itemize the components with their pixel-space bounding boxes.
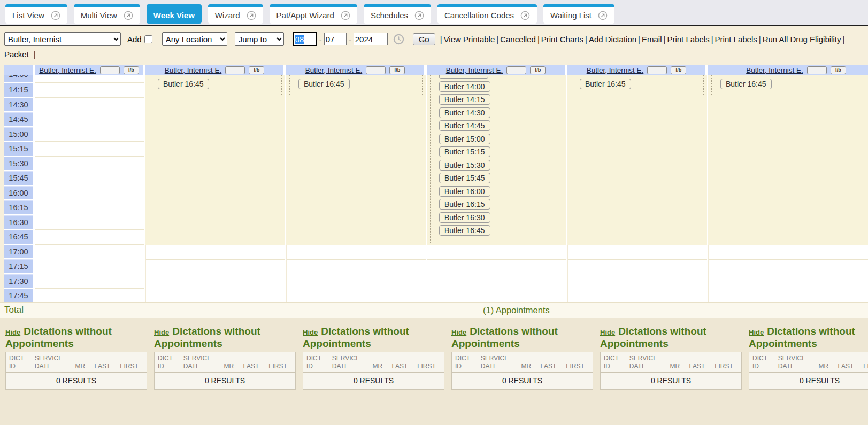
minimize-column-button[interactable]: — (225, 66, 245, 74)
provider-link[interactable]: Butler, Internist E. (446, 66, 503, 74)
grid-row[interactable] (35, 127, 144, 142)
tab-waiting-list[interactable]: Waiting List (543, 4, 614, 24)
column-header-dict-id[interactable]: DICTID (455, 354, 481, 370)
minimize-column-button[interactable]: — (807, 66, 827, 74)
slot-button-butler-16-30[interactable]: Butler 16:30 (439, 212, 490, 223)
tab-multi-view[interactable]: Multi View (74, 4, 140, 24)
toolbar-link-view-printable[interactable]: View Printable (444, 35, 495, 44)
tab-schedules[interactable]: Schedules (364, 4, 431, 24)
slot-button-butler-15-30[interactable]: Butler 15:30 (439, 160, 490, 171)
column-header-last[interactable]: LAST (540, 362, 566, 370)
toolbar-link-print-charts[interactable]: Print Charts (541, 35, 583, 44)
slot-button-butler-14-45[interactable]: Butler 14:45 (439, 120, 490, 131)
grid-row[interactable] (709, 274, 868, 289)
grid-row[interactable] (427, 260, 566, 275)
column-header-mr[interactable]: MR (373, 362, 392, 370)
provider-link[interactable]: Butler, Internist E. (587, 66, 644, 74)
slot-button-butler-15-45[interactable]: Butler 15:45 (439, 173, 490, 183)
slot-button-butler-15-00[interactable]: Butler 15:00 (439, 134, 490, 144)
column-header-mr[interactable]: MR (819, 362, 838, 370)
fb-button[interactable]: f/b (249, 66, 264, 74)
popout-arrow-icon[interactable] (341, 11, 350, 20)
minimize-column-button[interactable]: — (366, 66, 386, 74)
toolbar-link-add-dictation[interactable]: Add Dictation (589, 35, 636, 44)
column-header-service-date[interactable]: SERVICEDATE (778, 354, 819, 370)
grid-row[interactable] (287, 245, 426, 260)
location-select[interactable]: Any Location (162, 32, 227, 46)
date-day-input[interactable]: 07 (324, 33, 347, 45)
hide-link[interactable]: Hide (154, 328, 169, 336)
tab-week-view[interactable]: Week View (147, 4, 202, 24)
column-header-service-date[interactable]: SERVICEDATE (183, 354, 224, 370)
toolbar-link-packet[interactable]: Packet (4, 50, 29, 59)
popout-arrow-icon[interactable] (247, 11, 256, 20)
hide-link[interactable]: Hide (303, 328, 318, 336)
column-header-dict-id[interactable]: DICTID (604, 354, 629, 370)
column-header-dict-id[interactable]: DICTID (158, 354, 183, 370)
tab-list-view[interactable]: List View (5, 4, 67, 24)
column-header-dict-id[interactable]: DICTID (306, 354, 332, 370)
slot-button-butler-16-00[interactable]: Butler 16:00 (439, 186, 490, 197)
column-header-service-date[interactable]: SERVICEDATE (35, 354, 75, 370)
column-header-last[interactable]: LAST (94, 362, 120, 370)
minimize-column-button[interactable]: — (100, 66, 120, 74)
grid-row[interactable] (287, 260, 426, 275)
column-header-last[interactable]: LAST (391, 362, 417, 370)
slot-button-butler-16-45[interactable]: Butler 16:45 (580, 79, 631, 89)
clock-icon[interactable] (393, 34, 404, 45)
column-header-service-date[interactable]: SERVICEDATE (629, 354, 670, 370)
grid-row[interactable] (35, 186, 144, 201)
provider-select[interactable]: Butler, Internist (4, 32, 121, 46)
add-checkbox[interactable] (144, 35, 152, 43)
grid-row[interactable] (427, 289, 566, 303)
provider-link[interactable]: Butler, Internist E. (305, 66, 363, 74)
grid-row[interactable] (146, 289, 285, 303)
grid-row[interactable] (146, 245, 285, 260)
grid-row[interactable] (287, 289, 426, 303)
slot-button-butler-14-00[interactable]: Butler 14:00 (439, 81, 490, 92)
hide-link[interactable]: Hide (5, 328, 20, 336)
toolbar-link-print-labels[interactable]: Print Labels (715, 35, 757, 44)
fb-button[interactable]: f/b (124, 66, 139, 74)
column-header-last[interactable]: LAST (838, 362, 863, 370)
slot-button-butler-14-30[interactable]: Butler 14:30 (439, 107, 490, 118)
slot-button-butler-16-45[interactable]: Butler 16:45 (298, 79, 350, 89)
clipped-slot-button[interactable] (439, 75, 488, 79)
grid-row[interactable] (709, 260, 868, 275)
slot-button-butler-14-15[interactable]: Butler 14:15 (439, 94, 490, 105)
jump-to-select[interactable]: Jump to (235, 32, 284, 46)
popout-arrow-icon[interactable] (598, 11, 608, 20)
grid-row[interactable] (427, 274, 566, 289)
column-header-last[interactable]: LAST (243, 362, 268, 370)
fb-button[interactable]: f/b (389, 66, 405, 74)
column-header-first[interactable]: FIRST (715, 362, 738, 370)
slot-button-butler-16-45[interactable]: Butler 16:45 (720, 79, 772, 89)
column-header-first[interactable]: FIRST (268, 362, 292, 370)
grid-row[interactable] (35, 157, 144, 172)
column-header-mr[interactable]: MR (521, 362, 541, 370)
grid-row[interactable] (427, 245, 566, 260)
grid-row[interactable] (709, 245, 868, 260)
grid-row[interactable] (568, 274, 707, 289)
grid-row[interactable] (146, 274, 285, 289)
popout-arrow-icon[interactable] (414, 11, 424, 20)
grid-row[interactable] (568, 289, 707, 303)
tab-cancellation-codes[interactable]: Cancellation Codes (437, 4, 537, 24)
grid-row[interactable] (35, 230, 144, 245)
grid-row[interactable] (35, 75, 144, 83)
column-header-last[interactable]: LAST (689, 362, 715, 370)
grid-row[interactable] (35, 259, 144, 274)
tab-pat-appt-wizard[interactable]: Pat/Appt Wizard (270, 4, 357, 24)
minimize-column-button[interactable]: — (647, 66, 667, 74)
grid-row[interactable] (35, 112, 144, 127)
toolbar-link-email[interactable]: Email (642, 35, 662, 44)
popout-arrow-icon[interactable] (51, 11, 60, 20)
column-header-service-date[interactable]: SERVICEDATE (332, 354, 373, 370)
column-header-dict-id[interactable]: DICTID (9, 354, 35, 370)
column-header-mr[interactable]: MR (224, 362, 243, 370)
tab-wizard[interactable]: Wizard (208, 4, 263, 24)
column-header-first[interactable]: FIRST (863, 362, 868, 370)
hide-link[interactable]: Hide (600, 328, 615, 336)
toolbar-link-run-all-drug-eligibility[interactable]: Run All Drug Eligibility (763, 35, 841, 44)
grid-row[interactable] (35, 142, 144, 157)
